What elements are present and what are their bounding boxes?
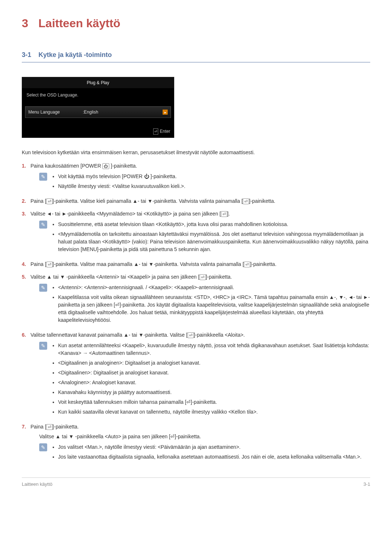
- osd-menu-row: Menu Language :English ▸: [25, 106, 171, 118]
- page-footer: Laitteen käyttö 3-1: [22, 477, 370, 488]
- step-text: Valitse ▲ tai ▼ -painikkeella <Antenni> …: [30, 273, 370, 281]
- step-text: Valitse tallennettavat kanavat painamall…: [30, 331, 370, 339]
- enter-icon: ⏎: [46, 424, 53, 430]
- step-item: Paina kaukosäätimen [POWER ⏻ ]-painikett…: [22, 162, 370, 192]
- step-text: Paina kaukosäätimen [POWER ⏻ ]-painikett…: [30, 162, 370, 170]
- note-item: Kaapelitilassa voit valita oikean signaa…: [58, 294, 370, 324]
- power-icon: ⏻: [102, 163, 109, 169]
- osd-screenshot: Plug & Play Select the OSD Language. Men…: [22, 77, 174, 138]
- step-item: Valitse ▲ tai ▼ -painikkeella <Antenni> …: [22, 273, 370, 326]
- step-text: Valitse ◄- tai ►-painikkeella <Myymäläde…: [30, 210, 370, 218]
- note-list: Kun asetat antennilähteeksi <Kaapeli>, k…: [52, 342, 370, 418]
- note-icon: ✎: [39, 221, 47, 229]
- enter-icon: ⏎: [221, 211, 227, 217]
- step-item: Paina [⏎]-painiketta. Valitse maa painam…: [22, 260, 370, 268]
- step-text: Paina [⏎]-painiketta. Valitse kieli pain…: [30, 197, 370, 205]
- section-number: 3-1: [22, 51, 31, 58]
- note-block: ✎Jos valitset <Man.>, näytölle ilmestyy …: [39, 443, 370, 463]
- note-item: Kun asetat antennilähteeksi <Kaapeli>, k…: [58, 342, 370, 357]
- chapter-title: Laitteen käyttö: [38, 17, 121, 30]
- right-arrow-icon: ▸: [163, 110, 168, 115]
- note-item: <Antenni>: <Antenni>-antennisignaali. / …: [58, 284, 370, 291]
- enter-icon: ⏎: [244, 262, 250, 267]
- chapter-number: 3: [22, 17, 28, 30]
- note-list: Suosittelemme, että asetat television ti…: [52, 221, 370, 255]
- note-icon: ✎: [39, 173, 47, 181]
- note-item: Voit keskeyttää tallennuksen milloin tah…: [58, 398, 370, 406]
- osd-title: Plug & Play: [22, 77, 174, 88]
- note-item: <Myymälädemotila on tarkoitettu ainoasta…: [58, 230, 370, 253]
- note-icon: ✎: [39, 342, 47, 350]
- note-item: <Analoginen>: Analogiset kanavat.: [58, 379, 370, 386]
- note-block: ✎Suosittelemme, että asetat television t…: [39, 221, 370, 255]
- steps-list: Paina kaukosäätimen [POWER ⏻ ]-painikett…: [22, 162, 370, 463]
- step-text: Paina [⏎]-painiketta. Valitse maa painam…: [30, 260, 370, 268]
- step-text: Paina [⏎]-painiketta.: [30, 423, 370, 431]
- note-icon: ✎: [39, 284, 47, 292]
- enter-icon: ⏎: [153, 128, 158, 135]
- footer-left: Laitteen käyttö: [22, 481, 53, 488]
- note-item: Jos laite vastaanottaa digitaalista sign…: [58, 453, 362, 461]
- note-list: <Antenni>: <Antenni>-antennisignaali. / …: [52, 284, 370, 326]
- note-item: <Digitaalinen ja analoginen>: Digitaalis…: [58, 359, 370, 367]
- step-item: Valitse tallennettavat kanavat painamall…: [22, 331, 370, 418]
- step-item: Paina [⏎]-painiketta. Valitse kieli pain…: [22, 197, 370, 205]
- note-block: ✎Voit käyttää myös television [POWER ⏻ ]…: [39, 173, 370, 192]
- note-item: Kun kaikki saatavilla olevat kanavat on …: [58, 408, 370, 416]
- enter-icon: ⏎: [46, 198, 53, 204]
- footer-right: 3-1: [363, 481, 370, 488]
- osd-row-value: :English: [83, 109, 163, 115]
- step-subtext: Valitse ▲ tai ▼ -painikkeella <Auto> ja …: [39, 433, 370, 440]
- note-list: Jos valitset <Man.>, näytölle ilmestyy v…: [52, 443, 362, 463]
- osd-enter-label: Enter: [160, 129, 170, 134]
- osd-row-label: Menu Language: [28, 109, 83, 115]
- note-list: Voit käyttää myös television [POWER ⏻ ]-…: [52, 173, 185, 192]
- note-item: Voit käyttää myös television [POWER ⏻ ]-…: [58, 173, 185, 180]
- enter-icon: ⏎: [243, 198, 249, 204]
- step-item: Valitse ◄- tai ►-painikkeella <Myymäläde…: [22, 210, 370, 255]
- section-heading: 3-1Kytke ja käytä -toiminto: [22, 50, 370, 62]
- note-item: Kanavahaku käynnistyy ja päättyy automaa…: [58, 389, 370, 396]
- note-icon: ✎: [39, 443, 47, 451]
- note-block: ✎<Antenni>: <Antenni>-antennisignaali. /…: [39, 284, 370, 326]
- enter-icon: ⏎: [46, 262, 53, 267]
- step-item: Paina [⏎]-painiketta.Valitse ▲ tai ▼ -pa…: [22, 423, 370, 463]
- enter-icon: ⏎: [200, 274, 206, 280]
- chapter-heading: 3Laitteen käyttö: [22, 15, 370, 32]
- osd-prompt: Select the OSD Language.: [22, 88, 174, 105]
- note-item: Näytölle ilmestyy viesti: <Valitse kuvar…: [58, 182, 185, 190]
- osd-footer: ⏎Enter: [22, 125, 174, 138]
- note-item: <Digitaalinen>: Digitaaliset ja analogis…: [58, 369, 370, 377]
- enter-icon: ⏎: [188, 332, 194, 338]
- note-block: ✎Kun asetat antennilähteeksi <Kaapeli>, …: [39, 342, 370, 418]
- section-title: Kytke ja käytä -toiminto: [38, 51, 112, 58]
- intro-text: Kun televisioon kytketään virta ensimmäi…: [22, 149, 370, 156]
- note-item: Suosittelemme, että asetat television ti…: [58, 221, 370, 228]
- note-item: Jos valitset <Man.>, näytölle ilmestyy v…: [58, 443, 362, 451]
